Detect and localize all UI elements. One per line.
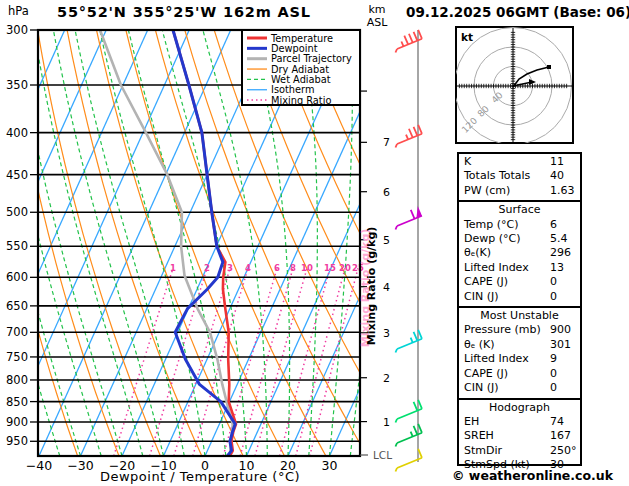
pressure-tick-label: 400 [6,126,28,140]
barb-hook [396,419,398,423]
panel-row-value: 1.63 [550,184,580,198]
panel-row: Temp (°C)6 [459,218,580,232]
legend-item-label: Isotherm [271,84,314,95]
panel-row-value: 301 [550,338,580,352]
km-tick-label: 7 [383,136,390,149]
barb-full-tick [414,426,418,435]
wet-adiabat-line [53,30,163,456]
panel-section-header: Most Unstable [459,309,580,323]
barb-hook [396,349,398,353]
panel-row-value: 0 [550,381,580,395]
panel-section: SurfaceTemp (°C)6Dewp (°C)5.4θₑ(K)296Lif… [459,200,580,306]
isotherm-line [0,30,189,456]
barb-full-tick [414,332,418,341]
legend-item-label: Temperature [270,33,333,44]
pressure-tick-label: 750 [6,350,28,364]
panel-row: Pressure (mb)900 [459,323,580,337]
pressure-tick-label: 350 [6,78,28,92]
panel-row-label: CIN (J) [464,290,550,304]
panel-row-label: StmDir [464,444,550,458]
wet-adiabat-line [100,30,205,456]
barb-full-tick [404,36,408,45]
panel-row-value: 0 [550,367,580,381]
barb-shaft [397,458,422,468]
datetime-label: 09.12.2025 06GMT (Base: 06) [406,4,629,20]
panel-row-value: 13 [550,261,580,275]
barb-half-tick [401,42,403,47]
panel-row-label: CAPE (J) [464,275,550,289]
panel-row-value: 9 [550,352,580,366]
panel-row: CIN (J)0 [459,381,580,395]
barb-half-tick [406,135,408,140]
panel-row: StmDir250° [459,444,580,458]
pressure-axis-unit: hPa [8,4,29,18]
temperature-tick-label: 30 [322,458,338,473]
wet-adiabat-line [371,30,429,456]
panel-row: SREH167 [459,429,580,443]
panel-row-value: 0 [550,290,580,304]
pressure-tick-label: 600 [6,270,28,284]
legend-item-label: Dewpoint [271,43,318,54]
mixing-ratio-label: 6 [274,263,280,273]
wind-barb-column [396,30,422,472]
barb-hook [396,468,398,472]
barb-hook [396,144,398,148]
mixing-ratio-label: 20 [339,263,351,273]
panel-row-label: EH [464,415,550,429]
panel-row: Dewp (°C)5.4 [459,232,580,246]
panel-row: CIN (J)0 [459,290,580,304]
temperature-tick-label: −40 [26,458,52,473]
km-axis-unit-2: ASL [367,16,389,29]
km-tick-label: 4 [383,281,390,294]
panel-row-label: θₑ (K) [464,338,550,352]
panel-section: HodographEH74SREH167StmDir250°StmSpd (kt… [459,398,580,475]
km-tick-label: 1 [383,416,390,429]
pressure-tick-label: 950 [6,434,28,448]
panel-row-value: 74 [550,415,580,429]
station-title: 55°52'N 355°25'W 162m ASL [57,4,311,20]
km-axis-unit: km [368,3,385,16]
pressure-tick-label: 500 [6,205,28,219]
barb-full-tick [414,32,418,41]
legend: TemperatureDewpointParcel TrajectoryDry … [242,30,360,106]
barb-half-tick [411,338,413,343]
panel-row-value: 11 [550,155,580,169]
mixing-ratio-line [255,268,307,456]
credit-label: © weatheronline.co.uk [452,468,629,483]
pressure-tick-label: 900 [6,415,28,429]
panel-row-value: 6 [550,218,580,232]
indices-panel: K11Totals Totals40PW (cm)1.63SurfaceTemp… [457,152,582,466]
panel-row: CAPE (J)0 [459,275,580,289]
km-tick-label: 6 [383,186,390,199]
pressure-tick-label: 450 [6,168,28,182]
pressure-tick-label: 800 [6,373,28,387]
km-tick-label: 2 [383,372,390,385]
panel-row-label: CAPE (J) [464,367,550,381]
barb-hook [396,226,398,230]
mixing-ratio-label: 15 [324,263,336,273]
panel-row-label: Dewp (°C) [464,232,550,246]
mixing-ratio-label: 4 [245,263,251,273]
barb-half-tick [411,432,413,437]
panel-row-value: 167 [550,429,580,443]
mixing-ratio-label: 10 [301,263,313,273]
barb-full-tick [414,127,418,136]
panel-row-value: 900 [550,323,580,337]
hodograph: 4080120 [455,27,574,145]
panel-section-header: Hodograph [459,401,580,415]
panel-row: PW (cm)1.63 [459,184,580,198]
panel-row-label: Pressure (mb) [464,323,550,337]
hodograph-trace-end-marker [547,65,551,69]
lcl-label: LCL [373,449,392,461]
pressure-tick-label: 650 [6,299,28,313]
panel-row: CAPE (J)0 [459,367,580,381]
pressure-tick-label: 550 [6,239,28,253]
panel-row-label: SREH [464,429,550,443]
panel-row: Totals Totals40 [459,169,580,183]
panel-row-value: 40 [550,169,580,183]
pressure-tick-label: 300 [6,23,28,37]
panel-row-value: 296 [550,246,580,260]
barb-full-tick [414,402,418,411]
panel-row-value: 5.4 [550,232,580,246]
legend-item-label: Mixing Ratio [271,95,331,106]
